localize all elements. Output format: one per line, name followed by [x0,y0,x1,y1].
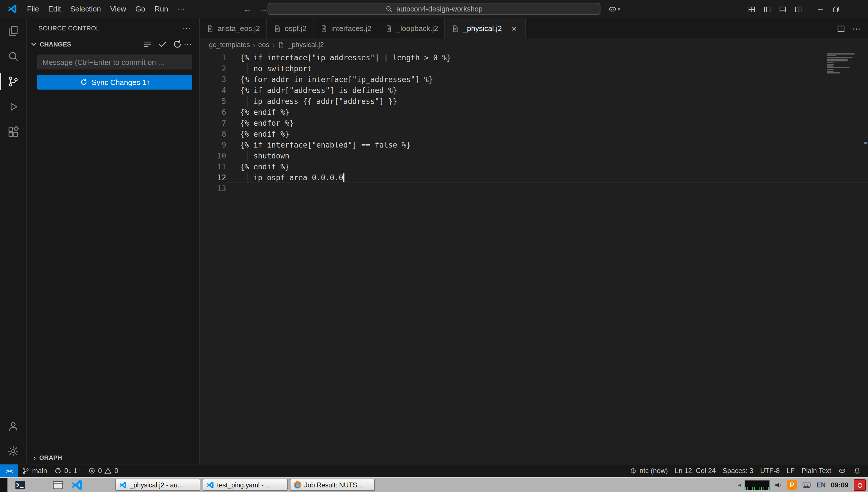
code-line-3[interactable]: 3{% for addr in interface["ip_addresses"… [200,74,868,85]
code-line-6[interactable]: 6{% endif %} [200,107,868,118]
commit-check-icon[interactable] [157,39,168,49]
back-arrow-icon[interactable]: ← [243,4,251,14]
graph-section-header[interactable]: › GRAPH [27,451,199,464]
activity-run-debug[interactable] [0,94,26,119]
more-actions-icon[interactable]: ⋯ [182,24,191,33]
code-line-13[interactable]: 13 [200,183,868,194]
tab-bar-actions: ⋯ [829,18,868,39]
editor-more-actions-icon[interactable]: ⋯ [852,24,861,33]
customize-layout-button[interactable] [744,2,760,16]
code-line-4[interactable]: 4{% if addr["address"] is defined %} [200,85,868,96]
start-button[interactable] [0,477,7,492]
power-button[interactable] [854,479,866,491]
copilot-status[interactable] [835,467,850,475]
speaker-icon[interactable] [774,480,783,489]
command-center-search[interactable]: autocon4-design-workshop [268,3,600,15]
notifications-bell[interactable] [850,467,865,475]
code-line-12[interactable]: 12 ip ospf area 0.0.0.0 [200,172,868,183]
menu-run[interactable]: Run [150,3,173,15]
toggle-primary-sidebar-button[interactable] [760,2,775,16]
keyboard-layout-icon[interactable] [801,480,813,489]
code-text: ip ospf area 0.0.0.0 [226,172,343,183]
minimap[interactable] [827,53,860,75]
tab-interfaces.j2[interactable]: interfaces.j2 [314,18,378,39]
menu-selection[interactable]: Selection [66,3,106,15]
code-line-1[interactable]: 1{% if interface["ip_addresses"] | lengt… [200,52,868,63]
git-branch-icon [22,467,30,475]
taskbar-window-3[interactable]: Job Result: NUTS... [290,479,375,491]
firefox-launcher-icon[interactable] [33,478,45,491]
taskbar-window-1[interactable]: _physical.j2 - au... [116,479,200,491]
toggle-panel-button[interactable] [775,2,791,16]
commit-message-input[interactable] [37,54,192,70]
taskbar-window-2[interactable]: test_ping.yaml - ... [203,479,288,491]
activity-accounts[interactable] [0,413,26,439]
cursor-position[interactable]: Ln 12, Col 24 [671,467,719,475]
minimize-button[interactable] [813,2,828,16]
vscode-launcher-icon[interactable] [71,478,83,491]
minimap-line [827,60,848,62]
code-line-8[interactable]: 8{% endif %} [200,129,868,140]
tab-ospf.j2[interactable]: ospf.j2 [267,18,314,39]
problems-status[interactable]: 0 0 [84,464,122,477]
tab-arista_eos.j2[interactable]: arista_eos.j2 [200,18,267,39]
code-line-5[interactable]: 5 ip address {{ addr["address"] }} [200,96,868,107]
tab-_loopback.j2[interactable]: _loopback.j2 [378,18,445,39]
minimap-line [827,57,852,58]
tray-collapse-icon[interactable]: ◂ [738,482,741,488]
forward-arrow-icon[interactable]: → [259,4,268,14]
menu-view[interactable]: View [106,3,131,15]
panel-bottom-icon [778,5,787,14]
code-line-2[interactable]: 2 no switchport [200,63,868,74]
code-line-7[interactable]: 7{% endfor %} [200,118,868,129]
menu-edit[interactable]: Edit [44,3,66,15]
tray-app-p-icon[interactable]: P [787,480,797,490]
menu-file[interactable]: File [22,3,44,15]
settings-icon [7,445,20,458]
activity-extensions[interactable] [0,119,26,145]
code-line-10[interactable]: 10 shutdown [200,150,868,161]
terminal-launcher-icon[interactable] [14,478,26,491]
view-as-list-icon[interactable] [142,39,153,49]
remote-indicator[interactable]: >< [0,464,18,477]
tab-_physical.j2[interactable]: _physical.j2× [445,18,526,39]
sync-changes-label: Sync Changes 1↑ [92,78,150,87]
code-text: {% endif %} [226,129,289,140]
indentation-status[interactable]: Spaces: 3 [719,467,757,475]
code-line-11[interactable]: 11{% endif %} [200,161,868,172]
code-editor[interactable]: 1{% if interface["ip_addresses"] | lengt… [200,51,868,464]
code-text: {% if interface["ip_addresses"] | length… [226,52,451,63]
toggle-secondary-sidebar-button[interactable] [791,2,806,16]
activity-search[interactable] [0,44,26,69]
sync-changes-button[interactable]: Sync Changes 1↑ [37,75,192,90]
changes-more-icon[interactable]: ⋯ [184,40,192,49]
branch-status[interactable]: main [18,464,51,477]
restore-button[interactable] [828,2,844,16]
menu-go[interactable]: Go [131,3,150,15]
line-number: 3 [200,74,226,85]
activity-explorer[interactable] [0,18,26,44]
language-mode-status[interactable]: Plain Text [798,467,835,475]
encoding-status[interactable]: UTF-8 [757,467,783,475]
refresh-icon[interactable] [172,39,182,49]
breadcrumb-item[interactable]: eos [258,41,269,49]
split-editor-icon[interactable] [837,24,846,33]
menu-more[interactable]: ⋯ [173,3,190,15]
power-icon [856,482,863,488]
language-indicator[interactable]: EN [817,482,826,488]
changes-section-header[interactable]: CHANGES ⋯ [27,38,199,51]
sync-status[interactable]: 0↓ 1↑ [51,464,84,477]
file-icon [385,24,393,32]
warning-count: 0 [115,467,118,475]
env-indicator[interactable]: ntc (now) [626,467,671,475]
line-number: 8 [200,129,226,140]
breadcrumb-item[interactable]: _physical.j2 [288,41,324,49]
eol-status[interactable]: LF [783,467,798,475]
close-icon[interactable]: × [509,24,519,33]
breadcrumb-item[interactable]: gc_templates [209,41,250,49]
file-manager-launcher-icon[interactable] [52,478,64,491]
code-line-9[interactable]: 9{% if interface["enabled"] == false %} [200,140,868,150]
activity-source-control[interactable] [0,69,26,94]
copilot-menu[interactable]: ▾ [608,3,620,15]
activity-settings[interactable] [0,439,26,464]
